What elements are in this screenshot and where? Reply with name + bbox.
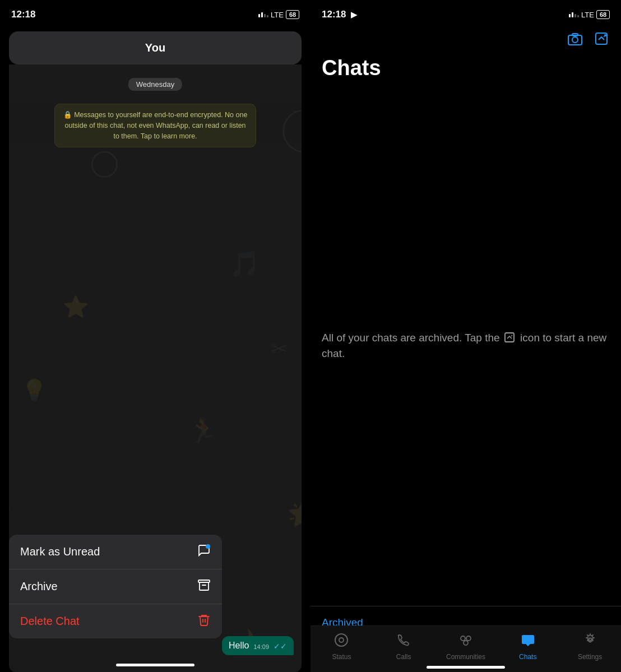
- sig4: [267, 15, 268, 17]
- svg-text:✂: ✂: [271, 337, 288, 360]
- status-bar-left: 12:18 LTE 68: [0, 0, 310, 27]
- delete-label: Delete Chat: [20, 615, 80, 628]
- home-indicator-left: [116, 664, 194, 666]
- time-left: 12:18: [11, 9, 35, 20]
- archive-label: Archive: [20, 580, 58, 593]
- message-text: Hello: [229, 641, 249, 651]
- message-time: 14:09: [253, 643, 269, 650]
- chat-header[interactable]: You: [9, 31, 302, 64]
- svg-point-23: [604, 34, 606, 36]
- svg-point-3: [284, 110, 302, 152]
- svg-point-27: [461, 636, 465, 641]
- svg-rect-18: [198, 580, 210, 582]
- message-bubble: Hello 14:09 ✓✓: [222, 636, 294, 655]
- sig2r: [572, 12, 573, 17]
- chats-title: Chats: [310, 54, 621, 91]
- svg-text:⭐: ⭐: [63, 294, 89, 319]
- communities-tab-icon: [458, 633, 473, 651]
- tab-status[interactable]: Status: [319, 633, 364, 661]
- communities-tab-label: Communities: [446, 653, 485, 661]
- chats-tab-icon: [521, 633, 535, 651]
- double-tick-icon: ✓✓: [274, 642, 287, 651]
- svg-text:🌟: 🌟: [288, 499, 302, 529]
- sig3r: [574, 14, 576, 17]
- svg-point-28: [466, 636, 471, 641]
- compose-icon[interactable]: [594, 31, 610, 49]
- delete-icon: [197, 613, 211, 629]
- sig1: [258, 14, 260, 17]
- svg-point-26: [339, 638, 344, 642]
- home-indicator-right: [427, 666, 505, 669]
- settings-tab-label: Settings: [578, 653, 602, 661]
- tab-calls[interactable]: Calls: [381, 633, 426, 661]
- time-right: 12:18 ▶: [322, 9, 357, 20]
- svg-text:🏃: 🏃: [188, 415, 219, 446]
- lte-left: LTE: [271, 11, 284, 19]
- svg-text:🎯: 🎯: [9, 499, 11, 529]
- status-icons-right: LTE 68: [569, 10, 610, 19]
- status-tab-label: Status: [332, 653, 351, 661]
- tab-bar: Status Calls Communities: [310, 625, 621, 672]
- settings-tab-icon: [583, 633, 597, 651]
- battery-left: 68: [286, 10, 299, 19]
- status-tab-icon: [334, 633, 349, 651]
- svg-point-20: [572, 37, 578, 43]
- right-header-icons: [310, 27, 621, 54]
- encryption-text: 🔒 Messages to yourself are end-to-end en…: [63, 111, 248, 140]
- svg-point-25: [335, 634, 347, 646]
- signal-left: [258, 12, 268, 17]
- battery-right: 68: [596, 10, 610, 19]
- encryption-notice[interactable]: 🔒 Messages to yourself are end-to-end en…: [54, 104, 256, 147]
- tab-communities[interactable]: Communities: [443, 633, 488, 661]
- left-panel: 12:18 LTE 68 You 😊 ⭐: [0, 0, 310, 672]
- calls-tab-label: Calls: [396, 653, 411, 661]
- camera-icon[interactable]: [567, 31, 583, 49]
- svg-rect-24: [505, 333, 514, 342]
- archived-message: All of your chats are archived. Tap the …: [310, 91, 621, 606]
- location-icon: ▶: [351, 10, 357, 19]
- tab-chats[interactable]: Chats: [506, 633, 550, 661]
- sig2: [261, 12, 263, 17]
- status-icons-left: LTE 68: [258, 10, 299, 19]
- mark-unread-icon: [197, 544, 211, 560]
- archive-icon: [197, 578, 211, 595]
- chats-tab-label: Chats: [519, 653, 536, 661]
- status-bar-right: 12:18 ▶ LTE 68: [310, 0, 621, 27]
- svg-text:😊: 😊: [9, 207, 11, 238]
- svg-point-29: [464, 641, 468, 645]
- svg-text:💡: 💡: [21, 378, 48, 403]
- delete-item[interactable]: Delete Chat: [9, 604, 222, 638]
- svg-text:🎵: 🎵: [229, 249, 261, 279]
- signal-right: [569, 12, 579, 17]
- day-label: Wednesday: [128, 78, 182, 91]
- sig1r: [569, 14, 571, 17]
- chat-header-title: You: [145, 41, 165, 54]
- sig4r: [577, 15, 579, 17]
- archive-item[interactable]: Archive: [9, 569, 222, 604]
- lte-right: LTE: [581, 11, 594, 19]
- archived-message-text: All of your chats are archived. Tap the …: [322, 330, 610, 362]
- calls-tab-icon: [396, 633, 411, 651]
- tab-settings[interactable]: Settings: [568, 633, 613, 661]
- compose-inline-icon: [504, 332, 516, 344]
- right-panel: 12:18 ▶ LTE 68: [310, 0, 621, 672]
- mark-unread-label: Mark as Unread: [20, 545, 100, 558]
- mark-unread-item[interactable]: Mark as Unread: [9, 535, 222, 569]
- sig3: [264, 14, 266, 17]
- svg-point-1: [92, 152, 117, 177]
- svg-point-17: [206, 544, 210, 549]
- context-menu: Mark as Unread Archive Delete Chat: [9, 535, 222, 638]
